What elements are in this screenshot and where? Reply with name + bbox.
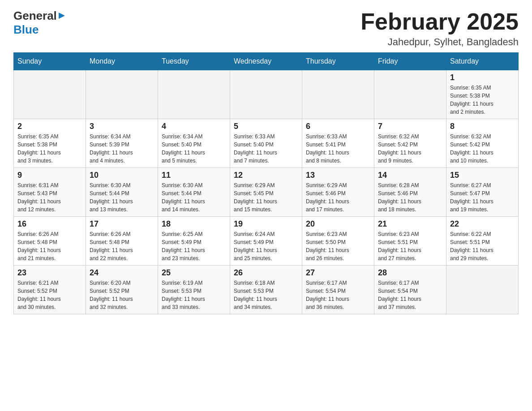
day-number: 3 xyxy=(90,122,154,131)
calendar-week-row: 9Sunrise: 6:31 AM Sunset: 5:43 PM Daylig… xyxy=(14,168,519,217)
calendar-day-cell xyxy=(86,70,158,119)
calendar-day-cell: 6Sunrise: 6:33 AM Sunset: 5:41 PM Daylig… xyxy=(302,119,374,168)
day-number: 7 xyxy=(378,122,442,131)
calendar-day-cell: 22Sunrise: 6:22 AM Sunset: 5:51 PM Dayli… xyxy=(446,217,519,265)
day-info: Sunrise: 6:26 AM Sunset: 5:48 PM Dayligh… xyxy=(90,230,154,262)
day-number: 6 xyxy=(306,122,370,131)
day-number: 4 xyxy=(162,122,226,131)
calendar-day-cell: 3Sunrise: 6:34 AM Sunset: 5:39 PM Daylig… xyxy=(86,119,158,168)
calendar-day-cell: 20Sunrise: 6:23 AM Sunset: 5:50 PM Dayli… xyxy=(302,217,374,265)
day-number: 25 xyxy=(162,268,226,278)
calendar-day-cell: 14Sunrise: 6:28 AM Sunset: 5:46 PM Dayli… xyxy=(374,168,446,217)
location-text: Jahedpur, Sylhet, Bangladesh xyxy=(360,36,519,48)
day-info: Sunrise: 6:20 AM Sunset: 5:52 PM Dayligh… xyxy=(90,279,154,311)
page-header: General Blue February 2025 Jahedpur, Syl… xyxy=(13,9,519,48)
day-number: 2 xyxy=(17,122,82,131)
calendar-day-cell: 7Sunrise: 6:32 AM Sunset: 5:42 PM Daylig… xyxy=(374,119,446,168)
calendar-day-cell: 25Sunrise: 6:19 AM Sunset: 5:53 PM Dayli… xyxy=(158,265,230,314)
day-header-thursday: Thursday xyxy=(302,53,374,70)
day-number: 10 xyxy=(90,171,154,180)
calendar-day-cell xyxy=(230,70,302,119)
day-info: Sunrise: 6:34 AM Sunset: 5:39 PM Dayligh… xyxy=(90,133,154,165)
day-info: Sunrise: 6:23 AM Sunset: 5:50 PM Dayligh… xyxy=(306,230,370,262)
day-number: 21 xyxy=(378,219,442,229)
calendar-day-cell: 18Sunrise: 6:25 AM Sunset: 5:49 PM Dayli… xyxy=(158,217,230,265)
calendar-day-cell: 23Sunrise: 6:21 AM Sunset: 5:52 PM Dayli… xyxy=(14,265,86,314)
day-number: 17 xyxy=(90,219,154,229)
calendar-day-cell: 16Sunrise: 6:26 AM Sunset: 5:48 PM Dayli… xyxy=(14,217,86,265)
day-number: 9 xyxy=(17,171,82,180)
logo-blue-text: Blue xyxy=(13,23,39,37)
day-header-wednesday: Wednesday xyxy=(230,53,302,70)
calendar-day-cell xyxy=(14,70,86,119)
day-number: 15 xyxy=(450,171,515,180)
day-info: Sunrise: 6:33 AM Sunset: 5:41 PM Dayligh… xyxy=(306,133,370,165)
day-info: Sunrise: 6:29 AM Sunset: 5:45 PM Dayligh… xyxy=(234,181,298,214)
day-header-monday: Monday xyxy=(86,53,158,70)
day-info: Sunrise: 6:32 AM Sunset: 5:42 PM Dayligh… xyxy=(378,133,442,165)
day-number: 18 xyxy=(162,219,226,229)
day-number: 16 xyxy=(17,219,82,229)
day-header-sunday: Sunday xyxy=(14,53,86,70)
calendar-day-cell: 24Sunrise: 6:20 AM Sunset: 5:52 PM Dayli… xyxy=(86,265,158,314)
day-info: Sunrise: 6:34 AM Sunset: 5:40 PM Dayligh… xyxy=(162,133,226,165)
calendar-day-cell: 27Sunrise: 6:17 AM Sunset: 5:54 PM Dayli… xyxy=(302,265,374,314)
day-info: Sunrise: 6:18 AM Sunset: 5:53 PM Dayligh… xyxy=(234,279,298,311)
day-info: Sunrise: 6:24 AM Sunset: 5:49 PM Dayligh… xyxy=(234,230,298,262)
day-number: 24 xyxy=(90,268,154,278)
day-info: Sunrise: 6:30 AM Sunset: 5:44 PM Dayligh… xyxy=(90,181,154,214)
month-title: February 2025 xyxy=(360,9,519,34)
calendar-day-cell: 8Sunrise: 6:32 AM Sunset: 5:42 PM Daylig… xyxy=(446,119,519,168)
calendar-day-cell: 9Sunrise: 6:31 AM Sunset: 5:43 PM Daylig… xyxy=(14,168,86,217)
day-number: 27 xyxy=(306,268,370,278)
day-info: Sunrise: 6:22 AM Sunset: 5:51 PM Dayligh… xyxy=(450,230,515,262)
day-info: Sunrise: 6:19 AM Sunset: 5:53 PM Dayligh… xyxy=(162,279,226,311)
day-info: Sunrise: 6:27 AM Sunset: 5:47 PM Dayligh… xyxy=(450,181,515,214)
calendar-table: SundayMondayTuesdayWednesdayThursdayFrid… xyxy=(13,52,519,314)
calendar-week-row: 16Sunrise: 6:26 AM Sunset: 5:48 PM Dayli… xyxy=(14,217,519,265)
day-info: Sunrise: 6:28 AM Sunset: 5:46 PM Dayligh… xyxy=(378,181,442,214)
day-number: 8 xyxy=(450,122,515,131)
day-number: 5 xyxy=(234,122,298,131)
title-section: February 2025 Jahedpur, Sylhet, Banglade… xyxy=(360,9,519,48)
calendar-week-row: 2Sunrise: 6:35 AM Sunset: 5:38 PM Daylig… xyxy=(14,119,519,168)
calendar-day-cell: 17Sunrise: 6:26 AM Sunset: 5:48 PM Dayli… xyxy=(86,217,158,265)
day-info: Sunrise: 6:29 AM Sunset: 5:46 PM Dayligh… xyxy=(306,181,370,214)
day-info: Sunrise: 6:31 AM Sunset: 5:43 PM Dayligh… xyxy=(17,181,82,214)
calendar-header-row: SundayMondayTuesdayWednesdayThursdayFrid… xyxy=(14,53,519,70)
calendar-day-cell: 21Sunrise: 6:23 AM Sunset: 5:51 PM Dayli… xyxy=(374,217,446,265)
day-info: Sunrise: 6:30 AM Sunset: 5:44 PM Dayligh… xyxy=(162,181,226,214)
day-info: Sunrise: 6:23 AM Sunset: 5:51 PM Dayligh… xyxy=(378,230,442,262)
logo-general-text: General xyxy=(13,9,66,23)
calendar-day-cell: 11Sunrise: 6:30 AM Sunset: 5:44 PM Dayli… xyxy=(158,168,230,217)
calendar-day-cell: 26Sunrise: 6:18 AM Sunset: 5:53 PM Dayli… xyxy=(230,265,302,314)
day-info: Sunrise: 6:17 AM Sunset: 5:54 PM Dayligh… xyxy=(306,279,370,311)
day-info: Sunrise: 6:32 AM Sunset: 5:42 PM Dayligh… xyxy=(450,133,515,165)
day-info: Sunrise: 6:33 AM Sunset: 5:40 PM Dayligh… xyxy=(234,133,298,165)
calendar-day-cell: 19Sunrise: 6:24 AM Sunset: 5:49 PM Dayli… xyxy=(230,217,302,265)
day-info: Sunrise: 6:35 AM Sunset: 5:38 PM Dayligh… xyxy=(450,84,515,116)
day-number: 19 xyxy=(234,219,298,229)
day-info: Sunrise: 6:17 AM Sunset: 5:54 PM Dayligh… xyxy=(378,279,442,311)
calendar-day-cell xyxy=(374,70,446,119)
calendar-day-cell: 2Sunrise: 6:35 AM Sunset: 5:38 PM Daylig… xyxy=(14,119,86,168)
day-number: 12 xyxy=(234,171,298,180)
logo: General Blue xyxy=(13,9,66,37)
day-info: Sunrise: 6:25 AM Sunset: 5:49 PM Dayligh… xyxy=(162,230,226,262)
day-number: 13 xyxy=(306,171,370,180)
svg-marker-0 xyxy=(59,13,65,19)
day-number: 20 xyxy=(306,219,370,229)
calendar-day-cell: 13Sunrise: 6:29 AM Sunset: 5:46 PM Dayli… xyxy=(302,168,374,217)
day-header-friday: Friday xyxy=(374,53,446,70)
calendar-day-cell: 5Sunrise: 6:33 AM Sunset: 5:40 PM Daylig… xyxy=(230,119,302,168)
day-header-saturday: Saturday xyxy=(446,53,519,70)
day-number: 1 xyxy=(450,73,515,82)
day-number: 11 xyxy=(162,171,226,180)
calendar-day-cell: 10Sunrise: 6:30 AM Sunset: 5:44 PM Dayli… xyxy=(86,168,158,217)
logo-arrow-icon xyxy=(58,12,66,20)
day-header-tuesday: Tuesday xyxy=(158,53,230,70)
day-number: 14 xyxy=(378,171,442,180)
day-number: 22 xyxy=(450,219,515,229)
calendar-day-cell: 12Sunrise: 6:29 AM Sunset: 5:45 PM Dayli… xyxy=(230,168,302,217)
calendar-day-cell xyxy=(302,70,374,119)
